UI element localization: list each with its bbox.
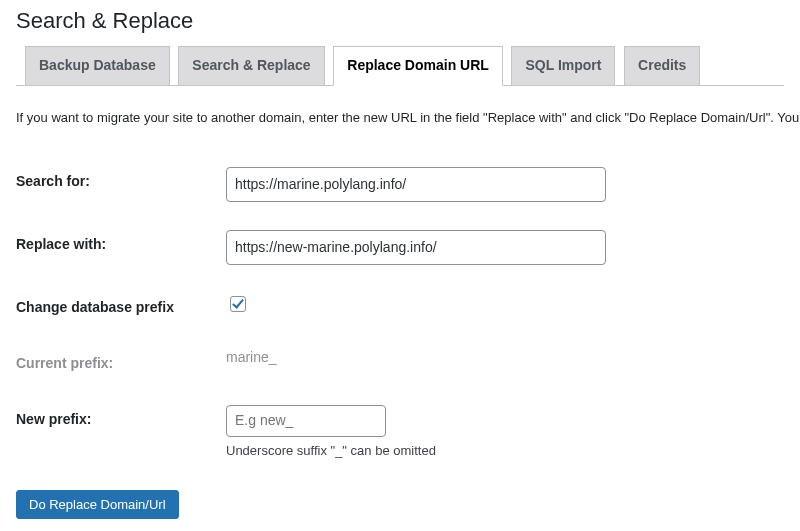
search-for-label: Search for: <box>16 153 226 216</box>
settings-form: Search for: Replace with: Change databas… <box>16 153 784 472</box>
page-title: Search & Replace <box>16 8 784 34</box>
new-prefix-label: New prefix: <box>16 391 226 472</box>
search-for-input[interactable] <box>226 167 606 202</box>
current-prefix-value: marine_ <box>226 349 277 365</box>
tab-sql-import[interactable]: SQL Import <box>511 46 615 85</box>
tab-credits[interactable]: Credits <box>624 46 700 85</box>
tab-backup-database[interactable]: Backup Database <box>25 46 170 85</box>
page-description: If you want to migrate your site to anot… <box>16 110 784 125</box>
current-prefix-label: Current prefix: <box>16 335 226 391</box>
replace-with-input[interactable] <box>226 230 606 265</box>
tab-replace-domain-url[interactable]: Replace Domain URL <box>333 46 503 86</box>
do-replace-button[interactable]: Do Replace Domain/Url <box>16 490 179 519</box>
tab-search-replace[interactable]: Search & Replace <box>178 46 324 85</box>
new-prefix-input[interactable] <box>226 405 386 437</box>
new-prefix-help: Underscore suffix "_" can be omitted <box>226 443 774 458</box>
change-prefix-label: Change database prefix <box>16 279 226 335</box>
change-prefix-checkbox[interactable] <box>230 296 246 312</box>
tab-bar: Backup Database Search & Replace Replace… <box>16 46 784 86</box>
replace-with-label: Replace with: <box>16 216 226 279</box>
